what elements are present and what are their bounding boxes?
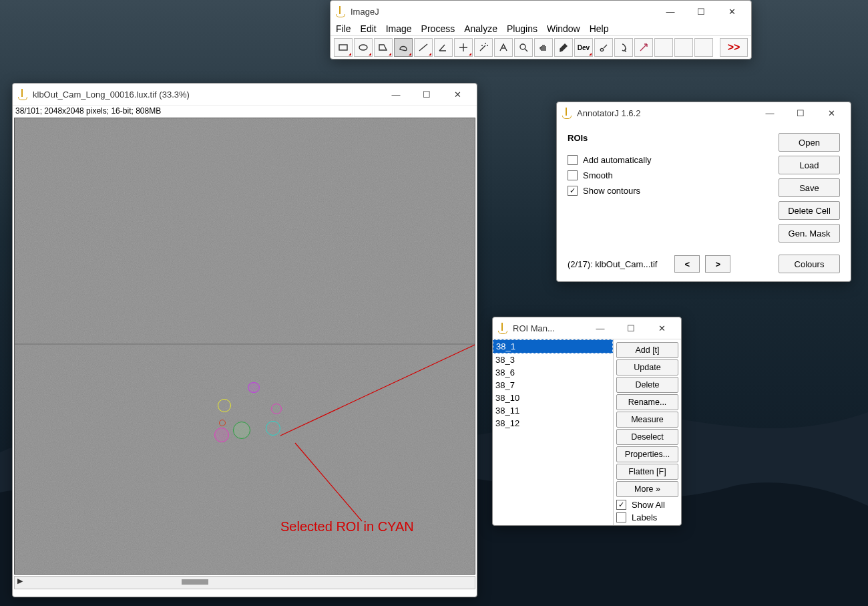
freehand-tool[interactable] <box>394 38 413 57</box>
menu-image[interactable]: Image <box>386 23 412 34</box>
flood-tool[interactable] <box>614 38 633 57</box>
menu-plugins[interactable]: Plugins <box>507 23 537 34</box>
rectangle-tool[interactable] <box>334 38 353 57</box>
menu-edit[interactable]: Edit <box>361 23 377 34</box>
brush-tool[interactable] <box>594 38 613 57</box>
oval-tool[interactable] <box>354 38 373 57</box>
more-tools[interactable]: >> <box>720 38 748 57</box>
roi-manager-window: ROI Man... — ☐ ✕ 38_138_338_638_738_1038… <box>492 317 682 526</box>
polygon-tool[interactable] <box>374 38 393 57</box>
wand-tool[interactable] <box>474 38 493 57</box>
annotatorj-titlebar[interactable]: AnnotatorJ 1.6.2 — ☐ ✕ <box>557 102 851 124</box>
menu-window[interactable]: Window <box>547 23 580 34</box>
maximize-button[interactable]: ☐ <box>785 103 816 123</box>
next-button[interactable]: > <box>705 255 730 273</box>
properties--button[interactable]: Properties... <box>616 446 678 462</box>
svg-point-2 <box>520 44 525 49</box>
roi-4[interactable] <box>218 399 231 412</box>
prev-button[interactable]: < <box>674 255 700 273</box>
roi-list[interactable]: 38_138_338_638_738_1038_1138_12 <box>493 339 613 525</box>
menu-process[interactable]: Process <box>421 23 455 34</box>
roi-item[interactable]: 38_7 <box>493 379 613 392</box>
hand-tool[interactable] <box>534 38 553 57</box>
check-show-contours[interactable]: ✓Show contours <box>568 186 779 196</box>
maximize-button[interactable]: ☐ <box>616 318 646 338</box>
point-tool[interactable] <box>454 38 473 57</box>
delete-button[interactable]: Delete <box>616 377 678 393</box>
dropper-tool[interactable] <box>554 38 573 57</box>
dev-tool[interactable]: Dev <box>574 38 593 57</box>
delete-cell-button[interactable]: Delete Cell <box>779 201 840 220</box>
minimize-button[interactable]: — <box>585 318 616 338</box>
roi-manager-titlebar[interactable]: ROI Man... — ☐ ✕ <box>493 317 681 339</box>
line-tool[interactable] <box>414 38 433 57</box>
save-button[interactable]: Save <box>779 178 840 197</box>
load-button[interactable]: Load <box>779 156 840 174</box>
roi-item[interactable]: 38_3 <box>493 353 613 366</box>
measure-button[interactable]: Measure <box>616 412 678 428</box>
close-button[interactable]: ✕ <box>816 103 847 123</box>
annotatorj-title: AnnotatorJ 1.6.2 <box>577 108 754 118</box>
image-titlebar[interactable]: klbOut_Cam_Long_00016.lux.tif (33.3%) — … <box>13 84 477 105</box>
svg-point-1 <box>359 45 367 50</box>
imagej-menubar: FileEditImageProcessAnalyzePluginsWindow… <box>331 22 751 35</box>
flatten-f--button[interactable]: Flatten [F] <box>616 464 678 480</box>
roi-3[interactable] <box>214 428 229 442</box>
roi-6[interactable] <box>248 382 260 393</box>
add-t--button[interactable]: Add [t] <box>616 342 678 358</box>
blank3[interactable] <box>694 38 713 57</box>
update-button[interactable]: Update <box>616 359 678 375</box>
close-button[interactable]: ✕ <box>646 318 677 338</box>
blank2[interactable] <box>674 38 693 57</box>
colours-button[interactable]: Colours <box>779 255 840 273</box>
maximize-button[interactable]: ☐ <box>686 1 716 21</box>
check-labels[interactable]: Labels <box>616 512 678 522</box>
check-smooth[interactable]: Smooth <box>568 170 779 180</box>
svg-rect-4 <box>15 118 475 574</box>
open-button[interactable]: Open <box>779 133 840 152</box>
roi-2[interactable] <box>233 422 250 439</box>
imagej-icon <box>17 89 27 100</box>
roi-item[interactable]: 38_1 <box>493 339 613 353</box>
imagej-icon <box>561 108 572 118</box>
callout-label: Selected ROI in CYAN <box>280 519 414 535</box>
menu-help[interactable]: Help <box>590 23 609 34</box>
roi-1[interactable] <box>266 421 280 436</box>
roi-manager-title: ROI Man... <box>513 323 585 333</box>
roi-item[interactable]: 38_12 <box>493 417 613 430</box>
text-tool[interactable] <box>494 38 513 57</box>
imagej-icon <box>335 6 345 17</box>
minimize-button[interactable]: — <box>655 1 686 21</box>
roi-5[interactable] <box>271 404 282 414</box>
roi-7[interactable] <box>219 420 226 426</box>
more--button[interactable]: More » <box>616 481 678 497</box>
annotatorj-window: AnnotatorJ 1.6.2 — ☐ ✕ ROIs Add automati… <box>556 102 851 282</box>
deselect-button[interactable]: Deselect <box>616 429 678 445</box>
minimize-button[interactable]: — <box>381 84 411 104</box>
rois-header: ROIs <box>568 133 779 143</box>
roi-item[interactable]: 38_11 <box>493 404 613 417</box>
maximize-button[interactable]: ☐ <box>411 84 442 104</box>
check-show-all[interactable]: ✓Show All <box>616 500 678 510</box>
image-canvas[interactable]: Selected ROI in CYAN <box>14 118 475 575</box>
angle-tool[interactable] <box>434 38 453 57</box>
arrow-tool[interactable] <box>634 38 653 57</box>
roi-item[interactable]: 38_6 <box>493 366 613 379</box>
imagej-titlebar[interactable]: ImageJ — ☐ ✕ <box>331 1 751 22</box>
imagej-window: ImageJ — ☐ ✕ FileEditImageProcessAnalyze… <box>330 0 752 59</box>
roi-item[interactable]: 38_10 <box>493 392 613 404</box>
imagej-icon <box>497 323 507 333</box>
check-add-automatically[interactable]: Add automatically <box>568 155 779 165</box>
imagej-title: ImageJ <box>351 7 655 17</box>
menu-file[interactable]: File <box>336 23 351 34</box>
minimize-button[interactable]: — <box>754 103 785 123</box>
nav-info: (2/17): klbOut_Cam...tif <box>568 259 657 269</box>
zoom-tool[interactable] <box>514 38 533 57</box>
rename--button[interactable]: Rename... <box>616 394 678 410</box>
blank1[interactable] <box>654 38 673 57</box>
close-button[interactable]: ✕ <box>442 84 473 104</box>
gen-mask-button[interactable]: Gen. Mask <box>779 224 840 243</box>
close-button[interactable]: ✕ <box>716 1 747 21</box>
slice-scrollbar[interactable] <box>14 576 475 589</box>
menu-analyze[interactable]: Analyze <box>464 23 497 34</box>
